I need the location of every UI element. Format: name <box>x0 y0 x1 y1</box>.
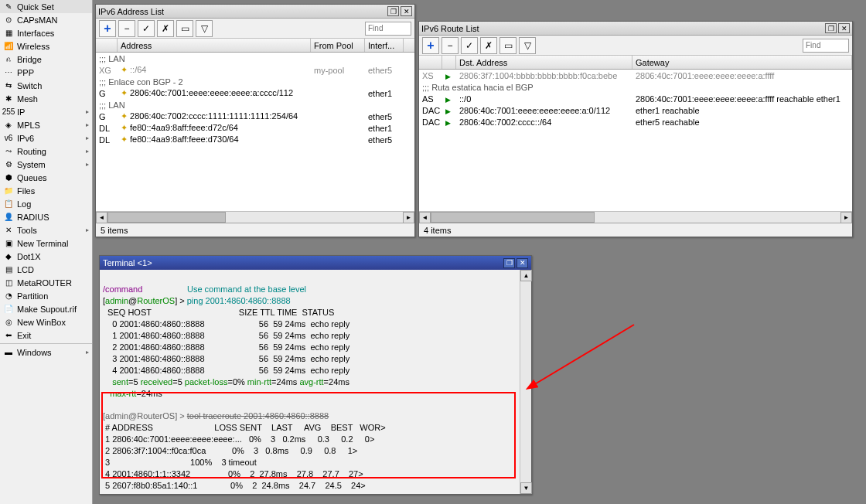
sidebar-item-ppp[interactable]: ⋯PPP <box>0 66 92 79</box>
remove-button[interactable]: − <box>118 20 135 37</box>
find-input[interactable] <box>803 39 849 53</box>
hscrollbar[interactable]: ◄ ► <box>96 211 414 223</box>
col-interface[interactable]: Interf... <box>365 39 404 52</box>
table-row[interactable]: AS▶::/02806:40c:7001:eeee:eeee:eeee:a:ff… <box>419 93 852 104</box>
sidebar-item-bridge[interactable]: ⎌Bridge <box>0 53 92 66</box>
col-icon[interactable] <box>442 56 456 69</box>
restore-button[interactable]: ❐ <box>825 23 837 33</box>
sidebar-item-windows[interactable]: ▬Windows▸ <box>0 346 92 359</box>
submenu-arrow-icon: ▸ <box>86 148 89 155</box>
hscrollbar[interactable]: ◄ ► <box>419 211 852 223</box>
col-dst[interactable]: Dst. Address <box>456 56 632 69</box>
sidebar-item-lcd[interactable]: ▤LCD <box>0 263 92 276</box>
col-flag[interactable] <box>419 56 442 69</box>
sidebar-label: MPLS <box>17 121 40 130</box>
titlebar[interactable]: IPv6 Route List ❐ ✕ <box>419 22 852 36</box>
comment-row[interactable]: ;;; LAN <box>96 99 414 111</box>
sidebar-item-mpls[interactable]: ◈MPLS▸ <box>0 118 92 131</box>
titlebar[interactable]: Terminal <1> ❐ ✕ <box>100 256 531 270</box>
table-row[interactable]: XS▶2806:3f7:1004:bbbb:bbbb:bbbb:f0ca:beb… <box>419 70 852 81</box>
close-button[interactable]: ✕ <box>517 258 528 268</box>
sidebar-item-switch[interactable]: ⇆Switch <box>0 79 92 92</box>
sidebar-item-log[interactable]: 📋Log <box>0 197 92 210</box>
sidebar-item-metarouter[interactable]: ◫MetaROUTER <box>0 276 92 289</box>
col-flag[interactable] <box>96 39 118 52</box>
menu-icon: ▣ <box>3 238 14 249</box>
scroll-down[interactable]: ▼ <box>520 482 532 494</box>
scroll-thumb[interactable] <box>431 212 595 223</box>
table-body[interactable]: XS▶2806:3f7:1004:bbbb:bbbb:bbbb:f0ca:beb… <box>419 70 852 211</box>
col-frompool[interactable]: From Pool <box>311 39 365 52</box>
table-row[interactable]: DL✦ fe80::4aa9:8aff:feee:d72c/64ether1 <box>96 122 414 134</box>
remove-button[interactable]: − <box>442 37 459 54</box>
table-row[interactable]: DAC▶2806:40c:7002:cccc::/64ether5 reacha… <box>419 116 852 128</box>
scroll-left[interactable]: ◄ <box>96 212 107 223</box>
sidebar-item-files[interactable]: 📁Files <box>0 184 92 197</box>
sidebar-item-capsman[interactable]: ⊙CAPsMAN <box>0 13 92 26</box>
item-count: 5 items <box>101 226 128 235</box>
table-row[interactable]: G✦ 2806:40c:7001:eeee:eeee:eeee:a:cccc/1… <box>96 87 414 99</box>
comment-row[interactable]: ;;; Ruta estatica hacia el BGP <box>419 81 852 93</box>
sidebar-item-ip[interactable]: 255IP▸ <box>0 105 92 118</box>
enable-button[interactable]: ✓ <box>138 20 155 37</box>
toolbar: + − ✓ ✗ ▭ ▽ <box>96 19 414 39</box>
scroll-right[interactable]: ► <box>403 212 414 223</box>
sidebar-item-exit[interactable]: ⬅Exit <box>0 329 92 342</box>
sidebar-label: MetaROUTER <box>17 278 72 288</box>
table-row[interactable]: XG✦ ::/64my-poolether5 <box>96 64 414 76</box>
sidebar-item-routing[interactable]: ⤳Routing▸ <box>0 145 92 158</box>
col-address[interactable]: Address <box>118 39 311 52</box>
sidebar-item-dot1x[interactable]: ◆Dot1X <box>0 250 92 263</box>
table-body[interactable]: ;;; LANXG✦ ::/64my-poolether5;;; Enlace … <box>96 53 414 211</box>
sidebar-item-mesh[interactable]: ✱Mesh <box>0 92 92 105</box>
scroll-left[interactable]: ◄ <box>419 212 431 223</box>
sidebar-label: Files <box>17 186 35 196</box>
sidebar-item-make-supout.rif[interactable]: 📄Make Supout.rif <box>0 302 92 315</box>
sidebar-item-new-terminal[interactable]: ▣New Terminal <box>0 237 92 250</box>
sidebar-item-ipv6[interactable]: v6IPv6▸ <box>0 131 92 145</box>
close-button[interactable]: ✕ <box>401 6 412 16</box>
scroll-up[interactable]: ▲ <box>520 270 532 281</box>
filter-button[interactable]: ▽ <box>519 37 536 54</box>
sidebar-item-tools[interactable]: ✕Tools▸ <box>0 223 92 237</box>
comment-row[interactable]: ;;; LAN <box>96 53 414 64</box>
restore-button[interactable]: ❐ <box>503 258 515 268</box>
disable-button[interactable]: ✗ <box>480 37 497 54</box>
table-row[interactable]: DL✦ fe80::4aa9:8aff:feee:d730/64ether5 <box>96 134 414 145</box>
close-button[interactable]: ✕ <box>838 23 850 33</box>
ipv6-address-window: IPv6 Address List ❐ ✕ + − ✓ ✗ ▭ ▽ Addres… <box>95 4 415 237</box>
sidebar-item-system[interactable]: ⚙System▸ <box>0 158 92 171</box>
sidebar-item-quick-set[interactable]: ✎Quick Set <box>0 0 92 13</box>
col-gateway[interactable]: Gateway <box>632 56 852 69</box>
sidebar-item-new-winbox[interactable]: ◎New WinBox <box>0 315 92 329</box>
intf-cell: ether5 <box>365 112 404 121</box>
submenu-arrow-icon: ▸ <box>86 349 89 356</box>
sidebar-item-wireless[interactable]: 📶Wireless <box>0 39 92 53</box>
comment-row[interactable]: ;;; Enlace con BGP - 2 <box>96 76 414 87</box>
restore-button[interactable]: ❐ <box>387 6 399 16</box>
icon-cell: ▶ <box>442 106 456 115</box>
dst-cell: ::/0 <box>456 94 632 104</box>
titlebar[interactable]: IPv6 Address List ❐ ✕ <box>96 5 414 19</box>
menu-icon: 📄 <box>3 304 14 315</box>
sidebar-item-partition[interactable]: ◔Partition <box>0 289 92 302</box>
terminal-output[interactable]: /command Use command at the base level [… <box>100 270 520 494</box>
table-row[interactable]: DAC▶2806:40c:7001:eeee:eeee:eeee:a:0/112… <box>419 104 852 116</box>
scroll-thumb[interactable] <box>107 212 226 223</box>
table-row[interactable]: G✦ 2806:40c:7002:cccc:1111:1111:1111:254… <box>96 111 414 122</box>
filter-button[interactable]: ▽ <box>196 20 213 37</box>
sidebar-item-queues[interactable]: ⬢Queues <box>0 171 92 184</box>
scroll-right[interactable]: ► <box>840 212 852 223</box>
enable-button[interactable]: ✓ <box>461 37 478 54</box>
statusbar: 5 items <box>96 223 414 237</box>
comment-button[interactable]: ▭ <box>499 37 517 54</box>
comment-button[interactable]: ▭ <box>176 20 193 37</box>
find-input[interactable] <box>365 22 411 36</box>
menu-icon: ⋯ <box>3 67 14 78</box>
add-button[interactable]: + <box>422 37 439 54</box>
sidebar-item-radius[interactable]: 👤RADIUS <box>0 210 92 223</box>
disable-button[interactable]: ✗ <box>157 20 174 37</box>
sidebar-item-interfaces[interactable]: ▦Interfaces <box>0 26 92 39</box>
term-cmd: /command <box>103 284 142 294</box>
add-button[interactable]: + <box>99 20 116 37</box>
